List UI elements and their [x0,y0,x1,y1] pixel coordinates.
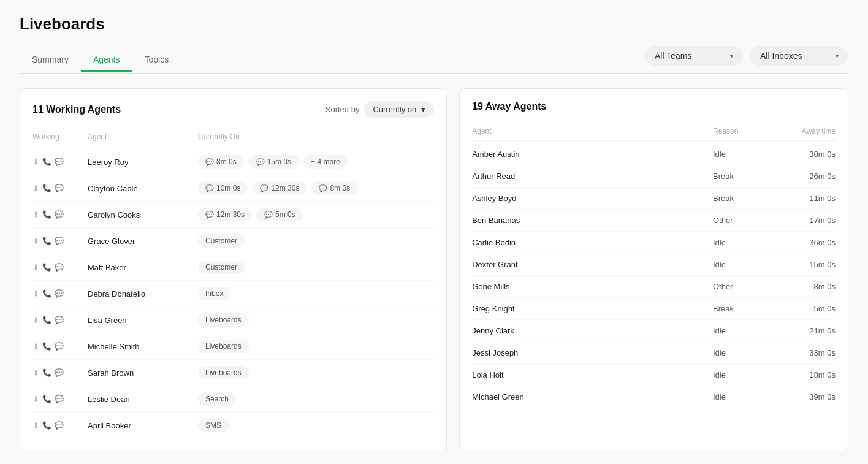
phone-icon[interactable]: 📞 [42,421,51,430]
phone-icon[interactable]: 📞 [42,263,51,272]
table-row: ⬇ 📞 💬 Grace GloverCustomer [32,228,434,254]
away-time: 26m 0s [774,172,836,181]
chat-icon[interactable]: 💬 [55,289,64,298]
col-agent: Agent [88,132,198,141]
more-badge[interactable]: + 4 more [303,155,348,169]
currently-on-cell: Customer [198,234,434,248]
phone-icon[interactable]: 📞 [42,237,51,245]
phone-icon[interactable]: 📞 [42,368,51,377]
download-icon[interactable]: ⬇ [32,210,39,219]
inboxes-filter-label: All Inboxes [760,51,802,61]
table-row: ⬇ 📞 💬 Clayton Cable💬 10m 0s💬 12m 30s💬 8m… [32,175,434,202]
status-badge: Liveboards [198,340,249,353]
chat-icon[interactable]: 💬 [55,316,64,324]
away-agent-name: Gene Mills [472,282,713,291]
phone-icon[interactable]: 📞 [42,184,51,192]
away-time: 17m 0s [774,216,836,225]
phone-icon[interactable]: 📞 [42,158,51,166]
phone-icon[interactable]: 📞 [42,210,51,219]
download-icon[interactable]: ⬇ [32,237,39,246]
away-time: 8m 0s [774,282,836,291]
download-icon[interactable]: ⬇ [32,421,39,430]
download-icon[interactable]: ⬇ [32,263,39,272]
download-icon[interactable]: ⬇ [32,158,39,167]
currently-on-cell: 💬 12m 30s💬 5m 0s [198,208,434,221]
agent-name: Grace Glover [88,237,198,246]
working-agents-title: 11 Working Agents [32,104,121,115]
away-reason: Idle [713,326,774,335]
away-time: 18m 0s [774,370,836,379]
filters: All Teams ▾ All Inboxes ▾ [645,46,848,73]
tab-summary[interactable]: Summary [20,48,81,72]
status-badge: 💬 8m 0s [311,181,357,195]
download-icon[interactable]: ⬇ [32,316,39,325]
phone-icon[interactable]: 📞 [42,395,51,403]
table-row: Gene MillsOther8m 0s [472,276,836,298]
chat-icon[interactable]: 💬 [55,395,64,403]
away-agents-panel: 19 Away Agents Agent Reason Away time Am… [459,88,848,451]
left-table-header: Working Agent Currently On [32,130,434,146]
agent-icons: ⬇ 📞 💬 [32,263,88,272]
table-row: Michael GreenIdle39m 0s [472,386,836,408]
sort-chevron-icon: ▾ [421,105,425,114]
tab-agents[interactable]: Agents [81,48,132,72]
table-row: ⬇ 📞 💬 Lisa GreenLiveboards [32,307,434,333]
col-working: Working [32,132,88,141]
chat-icon[interactable]: 💬 [55,184,64,192]
chat-icon[interactable]: 💬 [55,342,64,351]
col-reason: Reason [713,127,774,135]
chat-icon[interactable]: 💬 [55,421,64,430]
tab-topics[interactable]: Topics [132,48,181,72]
away-time: 5m 0s [774,304,836,313]
chat-icon[interactable]: 💬 [55,237,64,245]
chat-icon[interactable]: 💬 [55,263,64,272]
top-bar: Summary Agents Topics All Teams ▾ All In… [20,46,848,74]
agent-icons: ⬇ 📞 💬 [32,158,88,167]
agent-name: Clayton Cable [88,184,198,193]
status-badge: Inbox [198,287,230,300]
table-row: Carlie BodinIdle36m 0s [472,232,836,254]
table-row: Dexter GrantIdle15m 0s [472,254,836,276]
download-icon[interactable]: ⬇ [32,289,39,299]
table-row: Amber AustinIdle30m 0s [472,143,836,165]
away-reason: Break [713,172,774,181]
away-reason: Idle [713,392,774,401]
phone-icon[interactable]: 📞 [42,316,51,324]
bubble-icon: 💬 [256,158,265,166]
table-row: Lola HoltIdle18m 0s [472,364,836,386]
phone-icon[interactable]: 📞 [42,342,51,351]
sort-value: Currently on [373,105,416,114]
download-icon[interactable]: ⬇ [32,342,39,351]
sort-control: Sorted by Currently on ▾ [326,101,434,118]
status-badge: 💬 10m 0s [198,181,248,195]
chat-icon[interactable]: 💬 [55,368,64,377]
currently-on-cell: 💬 10m 0s💬 12m 30s💬 8m 0s [198,181,434,195]
col-currently-on: Currently On [198,132,434,141]
away-reason: Idle [713,370,774,379]
away-agents-list: Amber AustinIdle30m 0sArthur ReadBreak26… [472,143,836,408]
currently-on-cell: Search [198,392,434,406]
inboxes-filter[interactable]: All Inboxes ▾ [750,46,848,66]
agent-icons: ⬇ 📞 💬 [32,368,88,378]
download-icon[interactable]: ⬇ [32,184,39,193]
sort-dropdown[interactable]: Currently on ▾ [364,101,434,118]
download-icon[interactable]: ⬇ [32,368,39,378]
away-agent-name: Ben Bananas [472,216,713,225]
chat-icon[interactable]: 💬 [55,158,64,166]
away-reason: Other [713,282,774,291]
table-row: Ashley BoydBreak11m 0s [472,188,836,210]
status-badge: 💬 5m 0s [257,208,303,221]
away-time: 30m 0s [774,150,836,159]
table-row: Greg KnightBreak5m 0s [472,298,836,320]
bubble-icon: 💬 [205,184,214,192]
bubble-icon: 💬 [205,211,214,219]
agent-icons: ⬇ 📞 💬 [32,184,88,193]
phone-icon[interactable]: 📞 [42,289,51,298]
page-title: Liveboards [20,15,848,34]
currently-on-cell: Liveboards [198,366,434,379]
chat-icon[interactable]: 💬 [55,210,64,219]
away-reason: Idle [713,260,774,269]
teams-filter[interactable]: All Teams ▾ [645,46,743,66]
agent-icons: ⬇ 📞 💬 [32,395,88,404]
download-icon[interactable]: ⬇ [32,395,39,404]
